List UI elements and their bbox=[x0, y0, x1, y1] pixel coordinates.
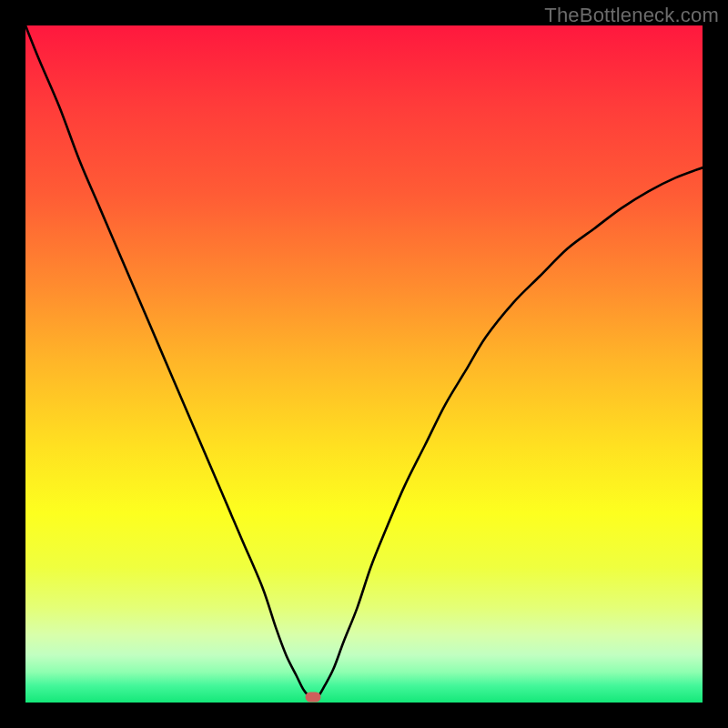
min-marker-icon bbox=[306, 693, 321, 703]
chart-stage: TheBottleneck.com bbox=[0, 0, 728, 728]
plot-area bbox=[25, 25, 703, 703]
bottleneck-curve bbox=[25, 25, 703, 703]
watermark-text: TheBottleneck.com bbox=[544, 4, 719, 27]
